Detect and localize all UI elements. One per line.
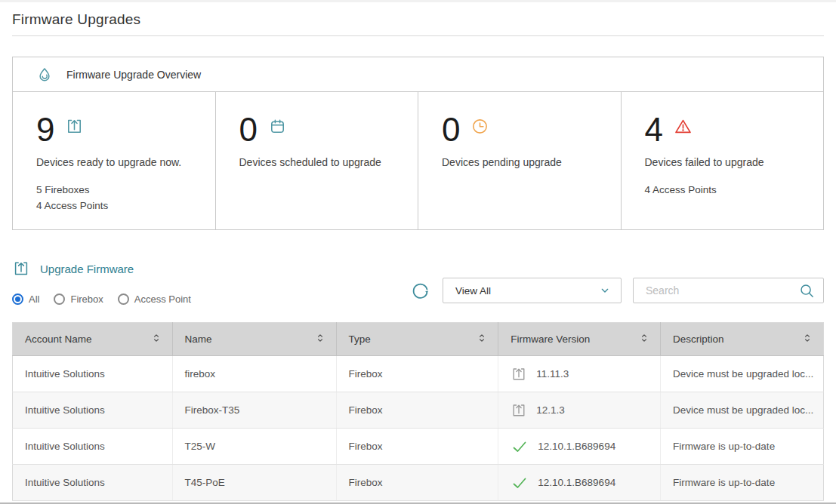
clock-icon — [470, 113, 489, 139]
column-header-type[interactable]: Type — [336, 323, 498, 356]
table-row[interactable]: Intuitive Solutions Firebox-T35 Firebox … — [13, 392, 824, 429]
table-row[interactable]: Intuitive Solutions firebox Firebox 11.1… — [13, 356, 824, 392]
stat-failed-label: Devices failed to upgrade — [645, 156, 806, 168]
firmware-upgrades-page: { "page": { "title": "Firmware Upgrades"… — [0, 0, 836, 504]
stat-ready-to-upgrade: 9 Devices ready to upgrade now. 5 Firebo… — [13, 92, 216, 229]
stat-failed: 4 Devices failed to upgrade 4 Access Poi… — [622, 92, 824, 229]
sort-icon[interactable] — [475, 331, 489, 347]
view-filter-dropdown[interactable]: View All — [443, 278, 622, 303]
overview-card-header: Firmware Upgrade Overview — [13, 57, 823, 92]
overview-stats: 9 Devices ready to upgrade now. 5 Firebo… — [13, 92, 823, 229]
upload-icon — [511, 402, 527, 419]
firmware-flame-icon — [36, 66, 53, 83]
toolbar-right: View All — [409, 278, 824, 305]
search-input[interactable] — [644, 284, 791, 297]
radio-all[interactable]: All — [12, 293, 39, 305]
title-divider — [12, 35, 824, 36]
search-box — [633, 278, 824, 303]
page-title: Firmware Upgrades — [0, 2, 836, 35]
refresh-icon[interactable] — [409, 280, 431, 302]
warning-icon — [674, 113, 693, 139]
column-header-firmware-version[interactable]: Firmware Version — [498, 323, 661, 356]
view-filter-value: View All — [455, 285, 491, 297]
firmware-table-header: Account Name Name Type — [13, 323, 824, 356]
sort-icon[interactable] — [313, 331, 327, 347]
radio-firebox[interactable]: Firebox — [54, 293, 103, 305]
device-type-filter: All Firebox Access Point — [12, 293, 191, 305]
stat-scheduled-value: 0 — [239, 113, 258, 146]
upgrade-firmware-button[interactable]: Upgrade Firmware — [12, 260, 191, 278]
stat-scheduled: 0 Devices scheduled to upgrade — [216, 92, 419, 229]
calendar-icon — [268, 113, 287, 139]
column-header-description[interactable]: Description — [661, 323, 824, 356]
upload-icon — [511, 366, 527, 383]
sort-icon[interactable] — [801, 331, 814, 347]
check-icon — [511, 474, 529, 492]
chevron-down-icon — [599, 284, 611, 297]
radio-firebox-circle[interactable] — [54, 293, 65, 305]
stat-pending-label: Devices pending upgrade — [442, 156, 603, 168]
column-header-account-name[interactable]: Account Name — [13, 323, 173, 356]
column-header-name[interactable]: Name — [172, 323, 336, 356]
stat-scheduled-label: Devices scheduled to upgrade — [239, 156, 400, 168]
table-row[interactable]: Intuitive Solutions T45-PoE Firebox 12.1… — [13, 465, 824, 501]
stat-ready-details: 5 Fireboxes 4 Access Points — [36, 183, 197, 214]
firmware-overview-card: Firmware Upgrade Overview 9 Devices read… — [12, 57, 824, 230]
table-toolbar: Upgrade Firmware All Firebox Access Poin… — [12, 260, 824, 305]
search-icon[interactable] — [798, 282, 816, 300]
stat-failed-value: 4 — [645, 113, 663, 146]
overview-card-title: Firmware Upgrade Overview — [66, 69, 201, 81]
radio-all-circle[interactable] — [12, 293, 23, 305]
toolbar-left: Upgrade Firmware All Firebox Access Poin… — [12, 260, 191, 305]
table-row[interactable]: Intuitive Solutions T25-W Firebox 12.10.… — [13, 429, 824, 465]
sort-icon[interactable] — [637, 331, 651, 347]
firmware-table: Account Name Name Type — [12, 322, 824, 501]
upload-icon — [12, 260, 30, 278]
upgrade-firmware-label: Upgrade Firmware — [40, 263, 134, 275]
stat-failed-details: 4 Access Points — [645, 183, 806, 198]
stat-ready-value: 9 — [36, 113, 54, 146]
upload-icon — [65, 113, 84, 139]
radio-access-point[interactable]: Access Point — [118, 293, 191, 305]
stat-ready-label: Devices ready to upgrade now. — [36, 156, 197, 168]
radio-access-point-circle[interactable] — [118, 293, 129, 305]
stat-pending-value: 0 — [442, 113, 460, 146]
check-icon — [511, 438, 529, 456]
stat-pending: 0 Devices pending upgrade — [418, 92, 622, 229]
sort-icon[interactable] — [150, 331, 163, 347]
